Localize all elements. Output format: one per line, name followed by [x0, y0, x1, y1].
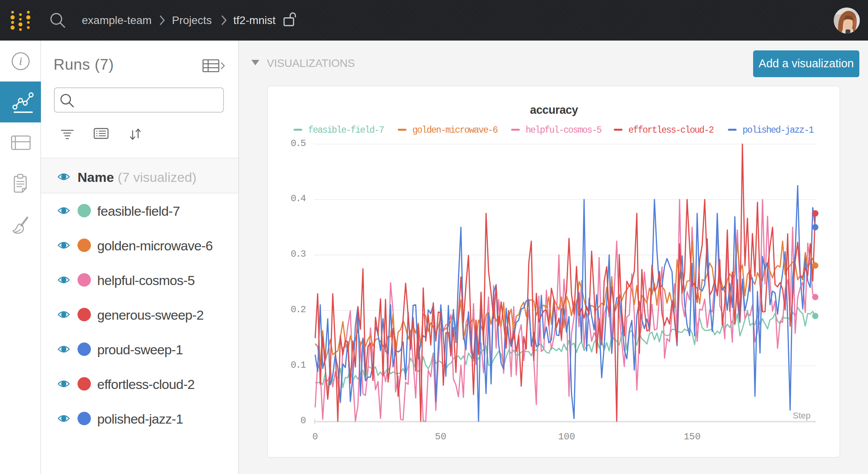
svg-text:i: i — [19, 54, 22, 67]
